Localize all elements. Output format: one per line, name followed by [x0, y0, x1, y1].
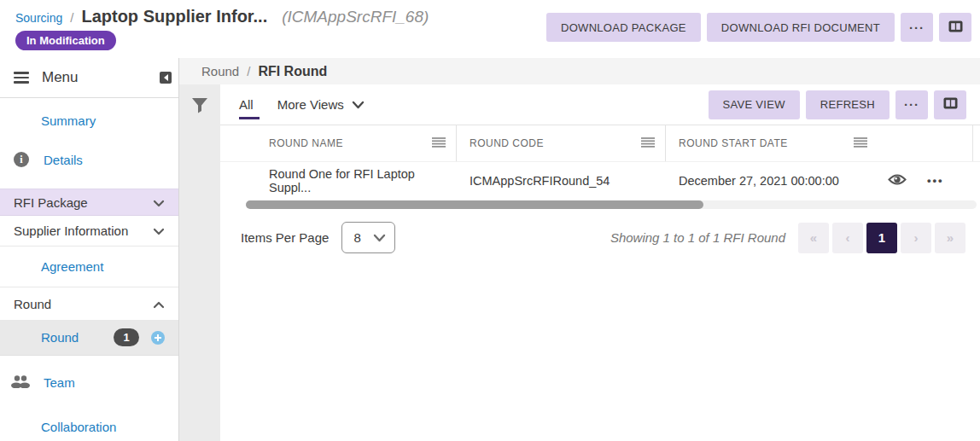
sidebar-item-details[interactable]: i Details	[0, 142, 178, 177]
save-view-button[interactable]: SAVE VIEW	[709, 90, 800, 119]
page-title: Laptop Supplier Infor...	[81, 7, 267, 26]
sidebar-section-supplier-information[interactable]: Supplier Information	[0, 216, 178, 247]
menu-title: Menu	[42, 69, 160, 86]
chevron-down-icon	[352, 97, 365, 112]
breadcrumb-parent[interactable]: Round	[201, 64, 239, 78]
pager: « ‹ 1 › »	[798, 223, 965, 253]
grid-panel-toggle-button[interactable]	[934, 90, 966, 119]
sidebar: Menu Summary i Details RFI Package Suppl…	[0, 58, 179, 441]
cell-round-code: ICMAppSrcRFIRound_54	[470, 174, 610, 188]
chevron-down-icon	[153, 195, 165, 210]
items-per-page-value: 8	[353, 230, 360, 245]
document-code: (ICMAppSrcRFI_68)	[282, 8, 429, 26]
add-round-icon[interactable]	[151, 331, 165, 345]
prev-page-button[interactable]: ‹	[832, 223, 863, 253]
hamburger-menu-icon[interactable]	[14, 72, 29, 83]
breadcrumb-current: RFI Round	[258, 64, 327, 79]
ellipsis-icon: ···	[904, 97, 919, 112]
download-rfi-document-button[interactable]: DOWNLOAD RFI DOCUMENT	[707, 13, 895, 42]
column-menu-icon[interactable]	[641, 136, 655, 150]
sidebar-item-team[interactable]: Team	[0, 363, 178, 402]
module-link[interactable]: Sourcing	[15, 11, 62, 25]
pagination-summary: Showing 1 to 1 of 1 RFI Round	[610, 230, 785, 245]
next-page-button[interactable]: ›	[901, 223, 931, 253]
chevron-down-icon	[373, 230, 386, 245]
tab-all[interactable]: All	[239, 84, 254, 125]
sidebar-section-rfi-package[interactable]: RFI Package	[0, 189, 178, 216]
column-header-round-start-date[interactable]: ROUND START DATE	[679, 137, 788, 149]
download-package-button[interactable]: DOWNLOAD PACKAGE	[546, 13, 701, 42]
columns-panel-icon	[948, 20, 963, 35]
document-breadcrumb: Sourcing / Laptop Supplier Infor... (ICM…	[15, 7, 429, 26]
sidebar-item-agreement[interactable]: Agreement	[0, 247, 178, 287]
first-page-button[interactable]: «	[798, 223, 829, 253]
sidebar-item-collaboration[interactable]: Collaboration	[0, 407, 178, 441]
header-panel-toggle-button[interactable]	[939, 13, 971, 42]
info-icon: i	[14, 152, 29, 167]
items-per-page-label: Items Per Page	[241, 230, 329, 245]
sidebar-section-round[interactable]: Round	[0, 287, 178, 320]
table-row[interactable]: Round One for RFI Laptop Suppl... ICMApp…	[220, 162, 980, 199]
scrollbar-thumb[interactable]	[246, 200, 703, 209]
chevron-up-icon	[153, 297, 165, 311]
round-count-badge: 1	[114, 328, 139, 346]
horizontal-scrollbar[interactable]	[246, 200, 977, 209]
columns-panel-icon	[943, 97, 958, 112]
cell-round-start-date: December 27, 2021 00:00:00	[679, 174, 839, 188]
sidebar-collapse-button[interactable]	[160, 72, 172, 84]
pagination-bar: Items Per Page 8 Showing 1 to 1 of 1 RFI…	[220, 209, 980, 253]
header-more-actions-button[interactable]: ···	[901, 13, 933, 42]
column-header-round-name[interactable]: ROUND NAME	[269, 137, 343, 149]
page-1-button[interactable]: 1	[866, 223, 897, 253]
filter-rail	[179, 84, 220, 441]
column-menu-icon[interactable]	[854, 136, 867, 150]
row-more-actions-icon[interactable]: •••	[927, 174, 944, 187]
view-toolbar: All More Views SAVE VIEW REFRESH ···	[220, 84, 980, 125]
refresh-button[interactable]: REFRESH	[806, 90, 890, 119]
sidebar-item-summary[interactable]: Summary	[0, 98, 178, 142]
items-per-page-select[interactable]: 8	[341, 222, 395, 253]
breadcrumb-separator: /	[70, 10, 73, 25]
view-eye-icon[interactable]	[888, 173, 907, 189]
column-menu-icon[interactable]	[432, 136, 446, 150]
status-badge: In Modification	[15, 31, 116, 50]
ellipsis-icon: ···	[909, 20, 925, 35]
column-header-round-code[interactable]: ROUND CODE	[470, 137, 544, 149]
last-page-button[interactable]: »	[935, 223, 965, 253]
chevron-down-icon	[153, 223, 165, 238]
cell-round-name: Round One for RFI Laptop Suppl...	[269, 167, 446, 194]
more-views-dropdown[interactable]: More Views	[277, 84, 365, 125]
content-breadcrumb: Round / RFI Round	[179, 58, 980, 84]
team-icon	[10, 374, 31, 391]
sidebar-item-round-active[interactable]: Round 1	[0, 320, 178, 356]
table-header: ROUND NAME ROUND CODE ROUND START DATE	[220, 125, 980, 162]
app-header: Sourcing / Laptop Supplier Infor... (ICM…	[0, 0, 980, 58]
filter-funnel-icon[interactable]	[190, 96, 209, 441]
grid-more-actions-button[interactable]: ···	[895, 90, 928, 119]
